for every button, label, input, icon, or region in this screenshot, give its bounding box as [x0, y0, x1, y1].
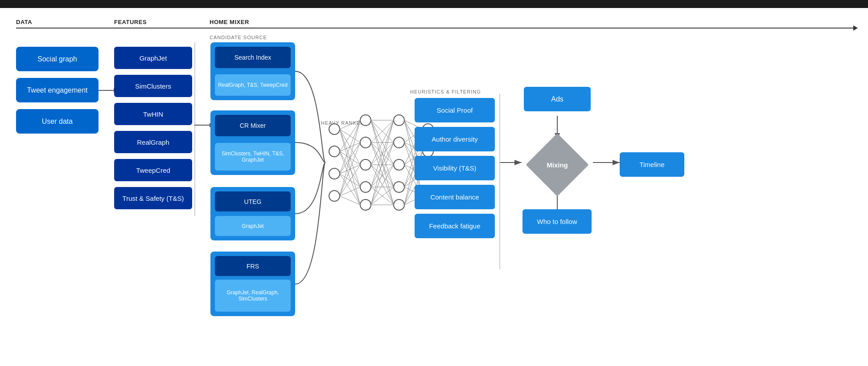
svg-line-57: [371, 187, 394, 205]
svg-line-39: [371, 120, 394, 142]
features-divider: [194, 42, 195, 216]
svg-line-28: [340, 120, 360, 174]
feature-twhin: TwHIN: [114, 103, 192, 125]
svg-line-32: [340, 174, 360, 205]
mixing-who-to-follow: Who to follow: [522, 209, 592, 234]
svg-line-41: [371, 120, 394, 187]
curve-group2: [295, 142, 325, 163]
candidate-search-index-sub: RealGraph, T&S, TweepCred: [215, 74, 291, 96]
svg-line-25: [340, 151, 360, 165]
mixing-ads: Ads: [524, 87, 591, 111]
svg-line-42: [371, 120, 394, 205]
svg-line-36: [340, 187, 360, 196]
svg-line-43: [371, 120, 394, 142]
svg-line-21: [340, 129, 360, 187]
svg-point-8: [360, 199, 371, 210]
svg-line-54: [371, 142, 394, 187]
candidate-uteg: UTEG: [215, 191, 291, 211]
data-social-graph: Social graph: [16, 47, 99, 71]
feature-trust-safety: Trust & Safety (T&S): [114, 187, 192, 209]
svg-line-26: [340, 151, 360, 187]
mixing-label: Mixing: [531, 138, 584, 191]
features-to-candidate-arrow: [194, 125, 210, 126]
svg-line-55: [371, 165, 394, 187]
svg-line-19: [340, 129, 360, 142]
candidate-cr-mixer-sub: SimClusters, TwHIN, T&S, GraphJet: [215, 143, 291, 171]
candidate-cr-mixer: CR Mixer: [215, 115, 291, 136]
svg-line-31: [340, 174, 360, 187]
mixing-timeline: Timeline: [620, 152, 684, 177]
data-section-label: DATA: [16, 19, 32, 25]
svg-line-22: [340, 129, 360, 205]
data-to-features-arrow: [99, 90, 114, 91]
diagram-container: DATA FEATURES HOME MIXER CANDIDATE SOURC…: [0, 0, 868, 366]
top-flow-arrow: [16, 28, 854, 28]
svg-point-2: [329, 168, 340, 179]
candidate-group-3: UTEG GraphJet: [210, 187, 295, 240]
candidate-group-4: FRS GraphJet, RealGraph, SimClusters: [210, 252, 295, 316]
candidate-source-label: CANDIDATE SOURCE: [210, 35, 267, 40]
feature-graphjet: GraphJet: [114, 47, 192, 69]
svg-line-47: [371, 142, 394, 205]
heavy-ranker-label: HEAVY RANKER: [321, 120, 364, 126]
svg-line-49: [371, 142, 394, 165]
svg-point-11: [394, 159, 404, 170]
svg-point-1: [329, 146, 340, 157]
top-bar: [0, 0, 868, 8]
svg-line-27: [340, 151, 360, 205]
svg-line-53: [371, 120, 394, 187]
heuristic-visibility: Visibility (T&S): [415, 156, 495, 180]
home-mixer-section-label: HOME MIXER: [210, 19, 249, 25]
feature-simclusters: SimClusters: [114, 75, 192, 97]
candidate-search-index: Search Index: [215, 47, 291, 68]
svg-point-9: [394, 115, 404, 126]
svg-point-7: [360, 182, 371, 192]
svg-line-33: [340, 120, 360, 196]
candidate-frs-sub: GraphJet, RealGraph, SimClusters: [215, 280, 291, 312]
svg-line-24: [340, 142, 360, 151]
heuristics-label: HEURISTICS & FILTERING: [410, 89, 481, 94]
svg-point-5: [360, 137, 371, 148]
svg-line-45: [371, 142, 394, 165]
feature-realgraph: RealGraph: [114, 131, 192, 153]
svg-line-58: [371, 120, 394, 205]
data-user-data: User data: [16, 109, 99, 134]
svg-line-37: [340, 196, 360, 205]
svg-line-34: [340, 142, 360, 196]
svg-line-51: [371, 165, 394, 187]
candidate-uteg-sub: GraphJet: [215, 216, 291, 236]
svg-line-29: [340, 142, 360, 174]
svg-point-10: [394, 137, 404, 148]
svg-line-61: [371, 187, 394, 205]
heuristic-social-proof: Social Proof: [415, 98, 495, 122]
heuristic-content-balance: Content balance: [415, 185, 495, 209]
heuristic-feedback-fatigue: Feedback fatigue: [415, 214, 495, 238]
svg-point-6: [360, 159, 371, 170]
svg-line-59: [371, 142, 394, 205]
heuristic-author-diversity: Author diversity: [415, 127, 495, 151]
svg-line-46: [371, 142, 394, 187]
candidate-group-2: CR Mixer SimClusters, TwHIN, T&S, GraphJ…: [210, 110, 295, 175]
feature-tweetcred: TweepCred: [114, 159, 192, 181]
heuristics-divider: [499, 94, 500, 269]
svg-line-52: [371, 165, 394, 205]
svg-point-13: [394, 199, 404, 210]
svg-line-60: [371, 165, 394, 205]
curve-group1: [295, 71, 325, 163]
features-section-label: FEATURES: [114, 19, 147, 25]
svg-line-20: [340, 129, 360, 165]
data-tweet-engagement: Tweet engagement: [16, 78, 99, 102]
svg-line-48: [371, 120, 394, 165]
candidate-frs: FRS: [215, 256, 291, 276]
svg-line-30: [340, 165, 360, 174]
mixing-diamond-wrapper: Mixing: [531, 138, 584, 191]
svg-line-40: [371, 120, 394, 165]
svg-point-12: [394, 182, 404, 192]
svg-line-35: [340, 165, 360, 196]
curve-group3: [295, 163, 325, 214]
svg-point-3: [329, 191, 340, 201]
candidate-group-1: Search Index RealGraph, T&S, TweepCred: [210, 42, 295, 100]
curve-group4: [295, 163, 325, 284]
